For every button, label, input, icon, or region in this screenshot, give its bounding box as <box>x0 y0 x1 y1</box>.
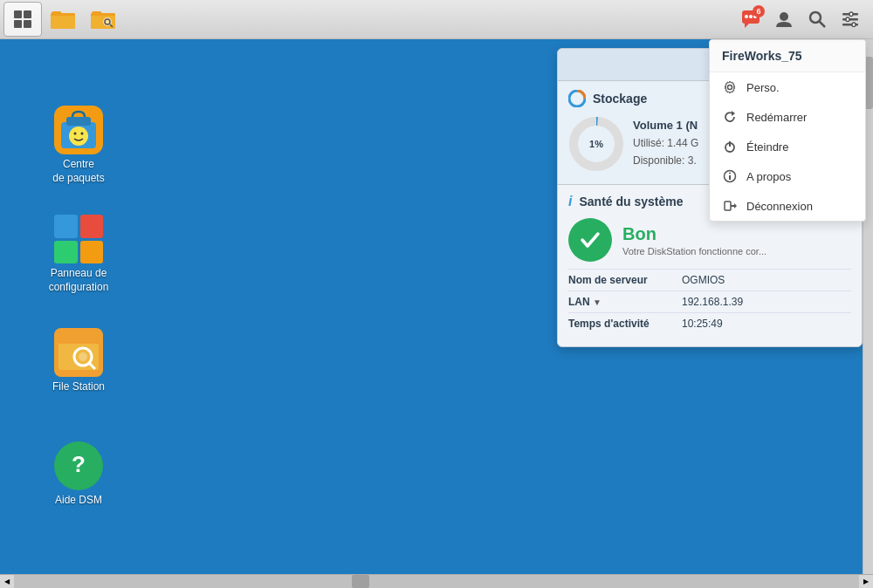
dropdown-item-perso[interactable]: Perso. <box>710 72 865 102</box>
desktop-icon-panneau-config[interactable]: Panneau deconfiguration <box>44 209 113 299</box>
svg-point-12 <box>780 12 788 21</box>
lan-value: 192.168.1.39 <box>682 296 743 308</box>
server-name-label: Nom de serveur <box>568 274 682 286</box>
taskbar-apps <box>0 2 122 37</box>
options-button[interactable] <box>835 3 866 35</box>
svg-point-10 <box>749 15 753 18</box>
info-icon: i <box>568 194 572 209</box>
checkmark-icon <box>578 228 602 252</box>
desktop-icon-aide-dsm[interactable]: ? Aide DSM <box>44 436 113 513</box>
user-button[interactable] <box>768 3 800 35</box>
svg-marker-34 <box>732 111 735 116</box>
folder2-icon <box>90 8 116 31</box>
notifications-button[interactable]: 6 <box>735 3 766 35</box>
svg-rect-22 <box>66 117 91 126</box>
health-status-row: Bon Votre DiskStation fonctionne cor... <box>568 218 851 262</box>
uptime-label: Temps d'activité <box>568 318 682 330</box>
svg-rect-20 <box>852 23 856 27</box>
scroll-right-button[interactable]: ▶ <box>859 575 873 589</box>
folder1-icon <box>50 8 76 31</box>
centre-paquets-icon-img <box>54 106 103 154</box>
svg-rect-19 <box>846 17 849 22</box>
dropdown-perso-label: Perso. <box>746 81 780 94</box>
health-info: Bon Votre DiskStation fonctionne cor... <box>622 224 766 256</box>
taskbar-app-folder2[interactable] <box>84 2 122 37</box>
dropdown-item-eteindre[interactable]: Éteindre <box>710 132 865 161</box>
search-button[interactable] <box>801 3 833 35</box>
svg-rect-16 <box>842 18 858 21</box>
scroll-thumb[interactable] <box>352 575 369 588</box>
svg-marker-42 <box>734 203 737 209</box>
file-station-label: File Station <box>52 380 105 394</box>
svg-point-5 <box>105 19 110 24</box>
svg-text:?: ? <box>72 451 86 477</box>
scroll-left-button[interactable]: ◀ <box>0 575 14 589</box>
aide-dsm-icon-img: ? <box>54 441 103 490</box>
gear-icon <box>722 79 738 95</box>
taskbar-app-folder1[interactable] <box>44 2 82 37</box>
package-icon <box>58 110 99 150</box>
svg-rect-40 <box>725 202 731 210</box>
svg-rect-18 <box>849 12 853 17</box>
help-icon: ? <box>58 446 99 486</box>
desktop-icon-centre-paquets[interactable]: Centrede paquets <box>44 100 113 190</box>
uptime-row: Temps d'activité 10:25:49 <box>568 312 851 334</box>
donut-label: 1% <box>589 139 603 149</box>
storage-icon <box>568 90 586 107</box>
svg-point-9 <box>745 15 748 18</box>
lan-row: LAN ▼ 192.168.1.39 <box>568 291 851 312</box>
svg-rect-0 <box>14 10 22 18</box>
taskbar-right-icons: 6 <box>735 3 873 35</box>
info-circle-icon <box>722 168 738 184</box>
taskbar: 6 <box>0 0 873 39</box>
dropdown-item-apropos[interactable]: A propos <box>710 161 865 191</box>
taskbar-app-grid[interactable] <box>3 2 42 37</box>
dropdown-redemarrer-label: Redémarrer <box>746 111 807 124</box>
centre-paquets-label: Centrede paquets <box>52 158 104 185</box>
svg-rect-1 <box>24 10 31 18</box>
options-icon <box>841 10 860 29</box>
dropdown-eteindre-label: Éteindre <box>746 140 788 154</box>
svg-rect-3 <box>24 20 31 28</box>
file-station-icon <box>57 331 100 374</box>
panneau-config-label: Panneau deconfiguration <box>49 267 109 294</box>
info-table: Nom de serveur OGMIOS LAN ▼ 192.168.1.39… <box>568 269 851 334</box>
grid-icon <box>12 9 33 30</box>
svg-line-14 <box>820 22 826 28</box>
aide-dsm-label: Aide DSM <box>55 494 102 508</box>
dropdown-item-redemarrer[interactable]: Redémarrer <box>710 102 865 132</box>
svg-point-27 <box>79 352 87 361</box>
user-dropdown: FireWorks_75 Perso. Redémarrer Éteindre <box>709 39 866 222</box>
lan-label: LAN ▼ <box>568 296 682 308</box>
svg-point-25 <box>81 133 84 135</box>
power-icon <box>722 139 738 154</box>
health-check-icon <box>568 218 612 262</box>
uptime-value: 10:25:49 <box>682 318 723 330</box>
dropdown-item-deconnexion[interactable]: Déconnexion <box>710 191 865 221</box>
storage-title: Stockage <box>593 92 647 106</box>
restart-icon <box>722 109 738 125</box>
svg-point-13 <box>810 12 821 23</box>
health-description: Votre DiskStation fonctionne cor... <box>622 246 766 256</box>
file-station-icon-img <box>54 328 103 377</box>
svg-rect-2 <box>14 20 22 28</box>
health-status-text: Bon <box>622 224 766 244</box>
user-icon <box>774 10 794 29</box>
notification-badge: 6 <box>753 5 765 17</box>
server-name-row: Nom de serveur OGMIOS <box>568 269 851 291</box>
svg-point-23 <box>69 126 88 146</box>
svg-point-33 <box>728 85 732 90</box>
svg-point-39 <box>729 173 731 174</box>
storage-donut: 1% <box>568 116 624 172</box>
scroll-track <box>14 575 859 588</box>
health-title: Santé du système <box>579 195 683 209</box>
dropdown-deconnexion-label: Déconnexion <box>746 200 813 213</box>
lan-arrow-icon: ▼ <box>593 297 601 307</box>
svg-marker-8 <box>745 24 749 28</box>
logout-icon <box>722 198 738 214</box>
dropdown-username: FireWorks_75 <box>710 40 865 72</box>
server-name-value: OGMIOS <box>682 274 725 286</box>
bottom-scrollbar[interactable]: ◀ ▶ <box>0 574 873 588</box>
desktop-icon-file-station[interactable]: File Station <box>44 323 113 400</box>
search-icon <box>808 10 827 29</box>
